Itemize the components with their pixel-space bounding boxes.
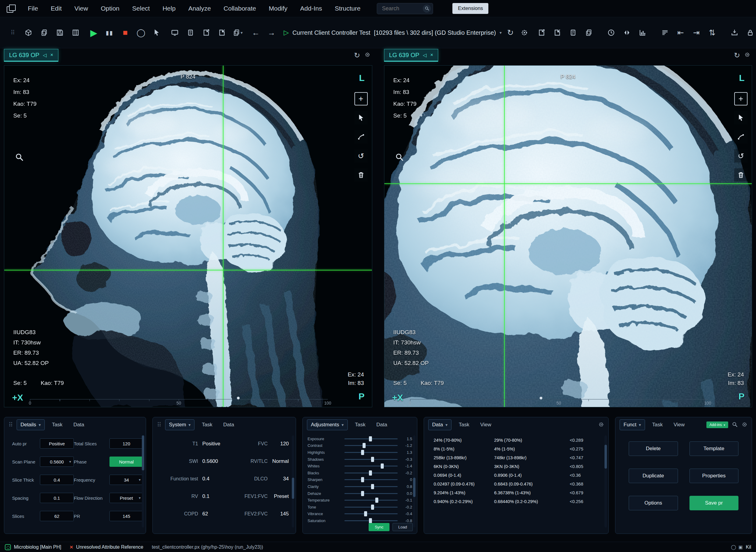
sort-icon[interactable]: ⇅	[706, 26, 719, 39]
action-button[interactable]: Properties	[689, 468, 739, 483]
ellipse-select-icon[interactable]: ◯	[134, 26, 147, 39]
breadcrumb[interactable]: ▷ Current Client Controller Test [10293 …	[284, 26, 530, 39]
pause-button[interactable]: ▮▮	[103, 26, 116, 39]
slider-thumb[interactable]	[371, 484, 374, 489]
tab-system[interactable]: System ▾	[165, 419, 195, 430]
crosshair-horizontal[interactable]	[4, 270, 372, 270]
slider-track[interactable]	[344, 520, 398, 521]
extensions-button[interactable]: Extensions	[452, 3, 489, 14]
crosshair-button[interactable]: +	[354, 92, 368, 106]
sync-button[interactable]: Sync	[368, 523, 390, 531]
slider-track[interactable]	[344, 452, 398, 453]
slider-thumb[interactable]	[381, 463, 384, 468]
slice-ruler[interactable]: 0 50 100	[410, 396, 708, 405]
back-button[interactable]: ←	[249, 26, 262, 39]
menu-item[interactable]: View	[70, 2, 92, 14]
pointer-icon[interactable]	[150, 26, 163, 39]
dock-left-icon[interactable]: ◁	[423, 52, 427, 58]
menu-item[interactable]: Add-Ins	[296, 2, 326, 14]
menu-item[interactable]: Modify	[264, 2, 292, 14]
action-button[interactable]: Template	[689, 441, 739, 456]
slider-track[interactable]	[344, 465, 398, 466]
tab-data[interactable]: Data	[373, 420, 391, 430]
slider-track[interactable]	[344, 500, 398, 501]
tab-task[interactable]: Task	[351, 420, 369, 430]
load-button[interactable]: Load	[393, 523, 413, 531]
menu-item[interactable]: Help	[158, 2, 180, 14]
indent-left-icon[interactable]: ⇤	[674, 26, 687, 39]
tab-task[interactable]: Task	[198, 420, 216, 430]
slider-track[interactable]	[344, 513, 398, 514]
delete-button[interactable]	[734, 168, 748, 181]
field-control[interactable]: 0.4	[40, 475, 74, 485]
chart-icon[interactable]	[636, 26, 649, 39]
action-button[interactable]: Duplicate	[629, 468, 678, 483]
series-tab[interactable]: LG 639 OP ◁ ×	[4, 49, 59, 61]
addins-button[interactable]: Add-ins ▾	[707, 421, 728, 428]
search-icon[interactable]	[732, 421, 738, 428]
menu-item[interactable]: File	[24, 2, 42, 14]
crosshair-vertical[interactable]	[223, 65, 223, 407]
stop-button[interactable]: ■	[119, 26, 132, 39]
lock-icon[interactable]	[744, 26, 756, 39]
close-icon[interactable]: ×	[50, 52, 53, 58]
gear-icon[interactable]	[744, 51, 750, 59]
pointer-button[interactable]	[734, 111, 748, 125]
slice-marker[interactable]	[539, 397, 542, 399]
slider-track[interactable]	[344, 459, 398, 460]
menu-item[interactable]: Edit	[46, 2, 66, 14]
magnifier-icon[interactable]	[394, 151, 406, 163]
gear-icon[interactable]	[598, 421, 604, 428]
drag-handle-icon[interactable]: ⠿	[157, 421, 161, 428]
rotate-button[interactable]: ↺	[734, 149, 748, 162]
slider-thumb[interactable]	[369, 518, 372, 523]
slice-marker[interactable]	[237, 397, 240, 399]
slider-track[interactable]	[344, 445, 398, 446]
menu-item[interactable]: Structure	[331, 2, 365, 14]
refresh-icon[interactable]: ↻	[354, 51, 360, 59]
field-control[interactable]: 0.5600	[40, 456, 74, 467]
status-app[interactable]: Microbiolog [Main PH]	[5, 544, 62, 550]
tab-details[interactable]: Details ▾	[17, 419, 45, 430]
scrollbar[interactable]	[605, 435, 607, 528]
field-control[interactable]: 62	[40, 511, 74, 521]
tab-task[interactable]: Task	[48, 420, 66, 430]
refresh-icon[interactable]: ↻	[505, 26, 516, 39]
status-circle-icon[interactable]: ◯	[731, 544, 736, 550]
close-icon[interactable]: ×	[430, 52, 433, 58]
chevron-down-icon[interactable]: ▾	[500, 30, 502, 35]
tab-adjustments[interactable]: Adjustments ▾	[307, 419, 348, 430]
copy-alt-icon[interactable]	[582, 26, 596, 39]
toolbar-grip-icon[interactable]: ⠿	[6, 26, 19, 39]
delete-button[interactable]	[354, 168, 368, 181]
crosshair-horizontal[interactable]	[384, 183, 752, 184]
slider-thumb[interactable]	[371, 457, 374, 462]
refresh-icon[interactable]: ↻	[734, 51, 740, 59]
slider-thumb[interactable]	[369, 470, 372, 475]
series-tab[interactable]: LG 639 OP ◁ ×	[384, 49, 438, 61]
slider-track[interactable]	[344, 472, 398, 473]
pointer-button[interactable]	[354, 111, 368, 125]
list-rows-icon[interactable]	[658, 26, 672, 39]
field-control[interactable]: Positive	[40, 438, 74, 449]
scrollbar[interactable]	[292, 435, 294, 528]
slider-thumb[interactable]	[364, 511, 367, 516]
field-control[interactable]: 0.1	[40, 493, 74, 503]
download-tray-icon[interactable]	[728, 26, 741, 39]
field-control[interactable]: 120	[109, 438, 143, 449]
slider-thumb[interactable]	[361, 450, 364, 455]
gear-icon[interactable]	[519, 26, 530, 39]
rotate-button[interactable]: ↺	[354, 149, 368, 162]
field-control[interactable]: 34	[109, 475, 143, 485]
duplicate-page-icon[interactable]: ▾	[231, 26, 244, 39]
page-import-icon[interactable]	[215, 26, 229, 39]
slice-ruler[interactable]: 0 50 100	[30, 396, 328, 405]
image-canvas[interactable]: P 824 L Ex: 24Im: 83Kao: T79Se: 5 + ↺ II…	[4, 65, 372, 407]
tab-task[interactable]: Task	[649, 420, 666, 430]
cube-icon[interactable]	[22, 26, 35, 39]
curve-button[interactable]	[354, 130, 368, 144]
report-columns-icon[interactable]	[69, 26, 82, 39]
action-button[interactable]: Save pr	[689, 496, 739, 510]
run-button[interactable]: ▶	[87, 26, 100, 39]
slider-thumb[interactable]	[375, 498, 378, 503]
